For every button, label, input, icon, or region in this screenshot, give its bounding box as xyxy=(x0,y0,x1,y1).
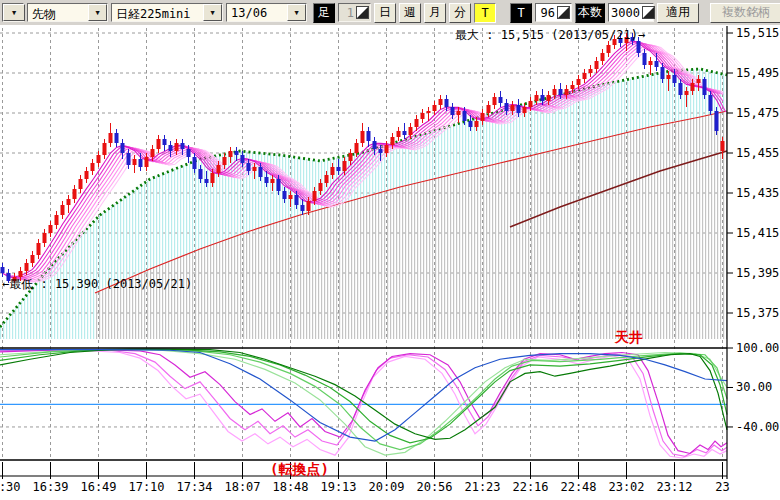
svg-text:17:10: 17:10 xyxy=(128,480,164,494)
spinner-icon[interactable] xyxy=(356,6,369,19)
svg-text:17:34: 17:34 xyxy=(176,480,212,494)
contract-month-value: 13/06 xyxy=(227,4,287,21)
tick-count-spinner[interactable]: 96 xyxy=(535,3,572,22)
svg-text:15,495: 15,495 xyxy=(736,66,779,80)
svg-text:16:30: 16:30 xyxy=(0,480,21,494)
svg-text:-40.00: -40.00 xyxy=(736,420,779,434)
contract-month-select[interactable]: 13/06 ▼ xyxy=(226,3,307,22)
svg-text:15,395: 15,395 xyxy=(736,266,779,280)
svg-text:15,455: 15,455 xyxy=(736,146,779,160)
period-day-button[interactable]: 日 xyxy=(374,3,396,23)
svg-text:23:12: 23:12 xyxy=(656,480,692,494)
oscillator-panel xyxy=(0,349,727,458)
bar-type-label: 足 xyxy=(313,3,335,23)
spinner-icon[interactable] xyxy=(557,6,570,19)
svg-text:15,435: 15,435 xyxy=(736,186,779,200)
chevron-down-icon[interactable]: ▼ xyxy=(203,4,222,21)
period-month-button[interactable]: 月 xyxy=(424,3,446,23)
bar-interval-value: 1 xyxy=(341,6,356,20)
spinner-icon[interactable] xyxy=(642,6,655,19)
svg-text:22:48: 22:48 xyxy=(560,480,596,494)
multi-symbol-button[interactable]: 複数銘柄 xyxy=(710,3,780,23)
svg-text:16:39: 16:39 xyxy=(32,480,68,494)
chart-area: 15,51515,49515,47515,45515,43515,41515,3… xyxy=(0,25,780,500)
chevron-down-icon[interactable]: ▼ xyxy=(3,4,25,21)
svg-text:16:49: 16:49 xyxy=(80,480,116,494)
chart-canvas[interactable]: 15,51515,49515,47515,45515,43515,41515,3… xyxy=(0,25,780,500)
bar-interval-spinner[interactable]: 1 xyxy=(338,3,371,22)
svg-text:100.00: 100.00 xyxy=(736,341,779,355)
bar-count-value: 3000 xyxy=(611,6,642,20)
svg-text:18:07: 18:07 xyxy=(224,480,260,494)
period-minute-button[interactable]: 分 xyxy=(449,3,471,23)
svg-text:18:48: 18:48 xyxy=(272,480,308,494)
annotation-ceiling: 天井 xyxy=(615,330,643,344)
svg-text:19:13: 19:13 xyxy=(320,480,356,494)
chevron-down-icon[interactable]: ▼ xyxy=(88,4,107,21)
svg-text:30.00: 30.00 xyxy=(736,380,772,394)
period-week-button[interactable]: 週 xyxy=(399,3,421,23)
svg-text:15,475: 15,475 xyxy=(736,106,779,120)
chevron-down-icon[interactable]: ▼ xyxy=(287,4,306,21)
svg-text:21:23: 21:23 xyxy=(464,480,500,494)
symbol-select[interactable]: 日経225mini ▼ xyxy=(111,3,223,22)
instrument-type-select[interactable]: 先物 ▼ xyxy=(27,3,108,22)
period-tick-button[interactable]: T xyxy=(474,3,496,23)
collapsed-select[interactable]: ▼ xyxy=(2,3,24,22)
svg-text:22:16: 22:16 xyxy=(512,480,548,494)
svg-text:23:02: 23:02 xyxy=(608,480,644,494)
bar-count-spinner[interactable]: 3000 xyxy=(608,3,654,22)
tick-label: T xyxy=(510,3,532,23)
svg-text:15,415: 15,415 xyxy=(736,226,779,240)
svg-text:23: 23 xyxy=(715,480,729,494)
svg-text:15,375: 15,375 xyxy=(736,306,779,320)
annotation-min-price: ←最低 : 15,390 (2013/05/21) xyxy=(2,277,192,291)
bar-count-label: 本数 xyxy=(575,3,605,23)
svg-text:15,515: 15,515 xyxy=(736,26,779,40)
svg-text:20:09: 20:09 xyxy=(368,480,404,494)
toolbar: ▼ 先物 ▼ 日経225mini ▼ 13/06 ▼ 足 1 日 週 月 分 T… xyxy=(0,0,780,25)
chart-app: ▼ 先物 ▼ 日経225mini ▼ 13/06 ▼ 足 1 日 週 月 分 T… xyxy=(0,0,780,500)
instrument-type-value: 先物 xyxy=(28,4,88,21)
tick-count-value: 96 xyxy=(538,6,557,20)
symbol-value: 日経225mini xyxy=(112,4,203,21)
apply-button[interactable]: 適用 xyxy=(657,3,699,23)
ichimoku-cloud xyxy=(0,69,727,339)
annotation-turning-point: (転換点) xyxy=(270,462,329,476)
rci-pink-2 xyxy=(0,350,727,457)
annotation-max-price: 最大 : 15,515 (2013/05/21)→ xyxy=(455,28,645,42)
svg-text:20:56: 20:56 xyxy=(416,480,452,494)
